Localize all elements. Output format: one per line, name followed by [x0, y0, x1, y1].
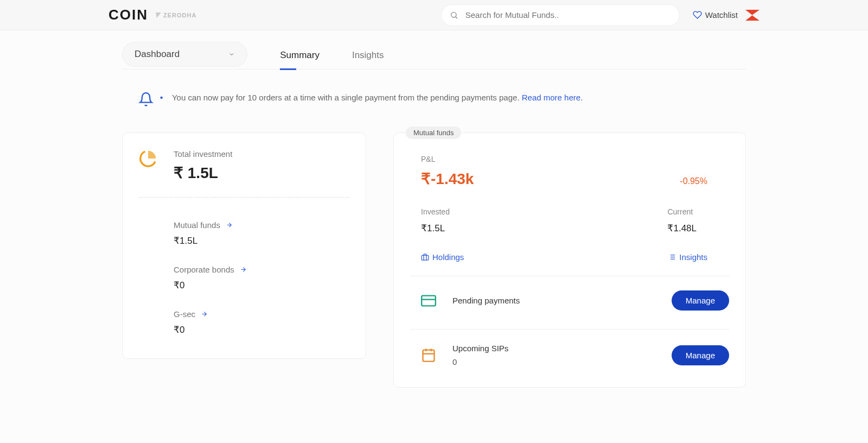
search-input[interactable] — [441, 4, 680, 26]
pie-chart-icon — [139, 149, 157, 168]
chevron-down-icon — [228, 51, 235, 58]
zerodha-logo: ZERODHA — [156, 12, 196, 18]
upcoming-sips-row: Upcoming SIPs 0 Manage — [410, 329, 729, 371]
total-investment-label: Total investment — [174, 149, 232, 159]
category-gsec: G-sec ₹0 — [139, 298, 349, 342]
zerodha-mark-icon — [156, 12, 161, 18]
current-value: ₹1.48L — [667, 223, 697, 234]
svg-rect-12 — [422, 295, 436, 306]
notice-banner: You can now pay for 10 orders at a time … — [122, 91, 746, 109]
category-gsec-link[interactable]: G-sec — [174, 309, 349, 319]
pnl-value: ₹-1.43k — [421, 170, 474, 188]
notice-read-more-link[interactable]: Read more here. — [522, 93, 583, 102]
manage-pending-payments-button[interactable]: Manage — [672, 290, 729, 311]
tab-summary[interactable]: Summary — [280, 41, 320, 69]
heart-icon — [693, 10, 702, 20]
svg-point-0 — [451, 12, 456, 17]
invested-value: ₹1.5L — [421, 223, 450, 234]
category-corporate-bonds: Corporate bonds ₹0 — [139, 253, 349, 298]
calendar-icon — [421, 347, 436, 363]
tab-insights[interactable]: Insights — [352, 41, 384, 69]
mutual-funds-badge: Mutual funds — [406, 126, 461, 139]
notice-item: You can now pay for 10 orders at a time … — [170, 91, 583, 104]
mutual-funds-card: Mutual funds P&L ₹-1.43k -0.95% Invested… — [393, 132, 746, 388]
insights-link[interactable]: Insights — [668, 252, 707, 262]
watchlist-link[interactable]: Watchlist — [693, 10, 738, 20]
dashboard-dropdown[interactable]: Dashboard — [122, 42, 247, 67]
list-icon — [668, 253, 676, 261]
category-corporate-bonds-value: ₹0 — [174, 280, 349, 291]
total-investment-card: Total investment ₹ 1.5L Mutual funds ₹1.… — [122, 132, 366, 359]
pnl-label: P&L — [421, 155, 729, 163]
holdings-link[interactable]: Holdings — [421, 252, 464, 262]
category-corporate-bonds-link[interactable]: Corporate bonds — [174, 265, 349, 274]
coin-logo: COIN — [108, 7, 148, 23]
pending-payments-label: Pending payments — [452, 296, 520, 305]
current-label: Current — [667, 207, 697, 216]
main-container: Dashboard Summary Insights You can now p… — [122, 30, 746, 420]
tabs-row: Dashboard Summary Insights — [122, 41, 746, 69]
svg-rect-5 — [422, 255, 429, 260]
search-icon — [450, 11, 458, 20]
invested-label: Invested — [421, 207, 450, 216]
top-bar: COIN ZERODHA Watchlist — [0, 0, 868, 30]
bell-icon — [138, 91, 154, 109]
manage-upcoming-sips-button[interactable]: Manage — [672, 345, 729, 365]
svg-rect-14 — [423, 350, 435, 362]
category-mutual-funds-link[interactable]: Mutual funds — [174, 220, 349, 230]
pnl-percent: -0.95% — [680, 176, 729, 186]
total-investment-value: ₹ 1.5L — [174, 164, 232, 182]
briefcase-icon — [421, 253, 429, 261]
pending-payments-row: Pending payments Manage — [410, 276, 729, 315]
arrow-right-icon — [201, 311, 208, 318]
credit-card-icon — [421, 293, 436, 308]
kite-logo-icon[interactable] — [745, 10, 760, 21]
search-container — [441, 4, 680, 26]
svg-line-1 — [455, 16, 457, 18]
arrow-right-icon — [240, 266, 247, 273]
logo-group: COIN ZERODHA — [108, 7, 196, 23]
category-mutual-funds-value: ₹1.5L — [174, 235, 349, 246]
upcoming-sips-count: 0 — [452, 357, 508, 366]
upcoming-sips-label: Upcoming SIPs — [452, 344, 508, 353]
cards-grid: Total investment ₹ 1.5L Mutual funds ₹1.… — [122, 132, 746, 388]
category-mutual-funds: Mutual funds ₹1.5L — [139, 208, 349, 253]
category-gsec-value: ₹0 — [174, 324, 349, 336]
arrow-right-icon — [226, 221, 233, 229]
